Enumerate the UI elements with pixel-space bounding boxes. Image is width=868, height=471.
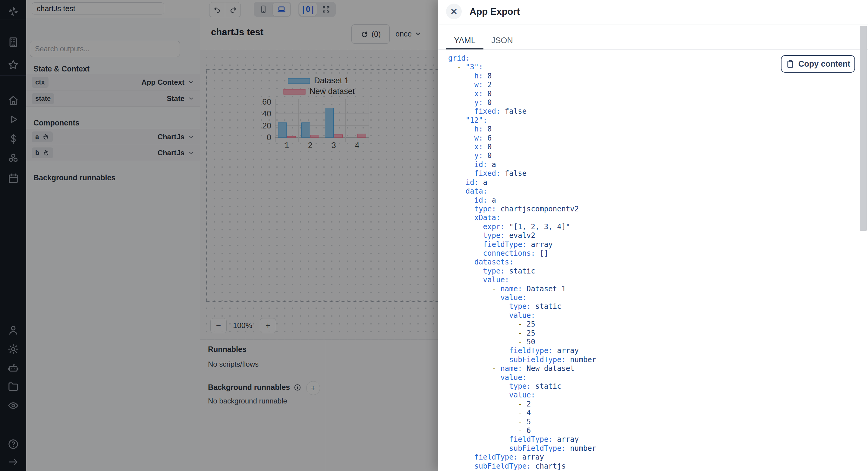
copy-content-button[interactable]: Copy content <box>781 55 855 73</box>
close-icon[interactable]: ✕ <box>446 4 462 19</box>
modal-overlay[interactable] <box>0 0 438 471</box>
drawer-scrollbar[interactable] <box>860 26 867 231</box>
app-root: |0| Outputs State & Context ctx App Cont… <box>0 0 868 471</box>
tabs-divider <box>438 50 868 50</box>
tab-json[interactable]: JSON <box>484 33 521 50</box>
export-format-tabs: YAML JSON <box>446 33 521 50</box>
drawer-title: App Export <box>470 6 520 17</box>
clipboard-icon <box>786 59 795 68</box>
tab-yaml[interactable]: YAML <box>446 33 484 50</box>
app-export-drawer: ✕ App Export YAML JSON Copy content grid… <box>438 0 868 471</box>
yaml-code[interactable]: grid: - "3": h: 8 w: 2 x: 0 y: 0 fixed: … <box>448 54 596 471</box>
